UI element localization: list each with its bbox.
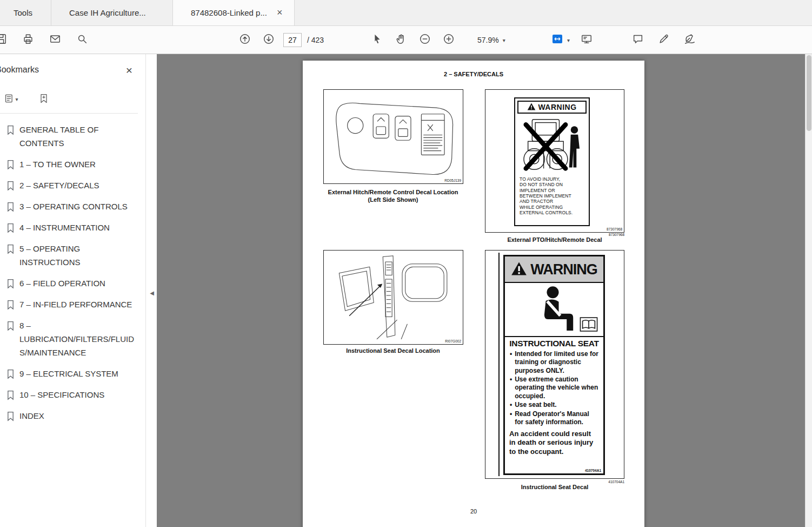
sign-button[interactable]	[681, 31, 699, 49]
bookmarks-title: Bookmarks	[0, 65, 39, 75]
bookmark-item[interactable]: 9 – ELECTRICAL SYSTEM	[0, 363, 145, 384]
decal-text-line: BETWEEN IMPLEMENT	[520, 193, 584, 199]
bookmark-options-button[interactable]: ▾	[3, 91, 19, 108]
decal-bullet-item: • Read Operator's Manual for safety info…	[510, 410, 600, 427]
cab-interior-drawing	[327, 253, 461, 339]
bookmark-item[interactable]: GENERAL TABLE OF CONTENTS	[0, 119, 145, 154]
bookmark-item[interactable]: 8 – LUBRICATION/FILTERS/FLUIDS/MAINTENAN…	[0, 315, 145, 363]
decal-warning-text: An accident could result in death or ser…	[505, 427, 603, 456]
tab-bar: Tools Case IH Agriculture... 87482608-Li…	[0, 0, 812, 26]
draw-button[interactable]	[655, 31, 673, 49]
previous-page-button[interactable]	[236, 31, 254, 49]
zoom-in-button[interactable]	[440, 31, 458, 49]
bookmarks-panel: Bookmarks × ▾ GENERAL TABLE OF CONTENTS …	[0, 54, 146, 527]
bookmark-icon	[6, 300, 15, 310]
figure-code: RI07G002	[445, 339, 461, 343]
zoom-out-button[interactable]	[416, 31, 434, 49]
vertical-scrollbar[interactable]	[805, 54, 812, 527]
panel-options-icon	[4, 93, 15, 106]
decal-text-line: TO AVOID INJURY,	[520, 176, 584, 182]
page-header: 2 – SAFETY/DECALS	[303, 71, 644, 77]
tab-document-1[interactable]: Case IH Agriculture...	[51, 0, 173, 25]
next-page-button[interactable]	[259, 31, 278, 49]
new-bookmark-button[interactable]	[36, 91, 52, 108]
figure-hitch-control: RD05J139	[323, 89, 463, 184]
tab-document-2[interactable]: 87482608-Linked p... ×	[173, 0, 295, 25]
bullet-text: Use extreme caution operating the vehicl…	[515, 376, 600, 400]
bookmark-label: 4 – INSTRUMENTATION	[19, 221, 137, 234]
close-panel-icon[interactable]: ×	[126, 64, 132, 76]
bookmark-item[interactable]: 6 – FIELD OPERATION	[0, 273, 145, 294]
instructional-seat-decal: WARNING INSTR	[503, 255, 605, 475]
bullet-text: Intended for limited use for training or…	[515, 350, 600, 375]
signature-pen-icon	[684, 33, 696, 47]
plus-circle-icon	[443, 33, 455, 47]
bookmark-item[interactable]: 4 – INSTRUMENTATION	[0, 217, 145, 238]
bookmark-icon	[6, 279, 15, 289]
bookmark-item[interactable]: 10 – SPECIFICATIONS	[0, 384, 145, 405]
fit-tools-group: ▾	[550, 26, 596, 54]
close-tab-icon[interactable]: ×	[275, 7, 285, 18]
save-button[interactable]	[0, 31, 10, 49]
hitch-control-drawing	[327, 92, 461, 179]
bookmark-item[interactable]: 7 – IN-FIELD PERFORMANCE	[0, 294, 145, 315]
hand-icon	[395, 33, 407, 47]
zoom-level-dropdown[interactable]: 57.9% ▾	[473, 34, 510, 47]
bookmark-item[interactable]: 1 – TO THE OWNER	[0, 154, 145, 175]
bullet-icon: •	[510, 401, 512, 409]
tab-document-2-label: 87482608-Linked p...	[191, 8, 267, 17]
bookmark-label: GENERAL TABLE OF CONTENTS	[19, 123, 137, 150]
new-bookmark-icon	[38, 93, 49, 106]
decal-warning-header: WARNING	[505, 256, 603, 283]
view-tools-group: 57.9% ▾	[368, 26, 510, 54]
tab-tools[interactable]: Tools	[0, 0, 51, 25]
bookmark-icon	[6, 181, 15, 191]
bullet-icon: •	[510, 350, 512, 375]
comment-button[interactable]	[629, 31, 647, 49]
page-number: 20	[303, 508, 644, 515]
document-viewport[interactable]: 2 – SAFETY/DECALS RD05J139	[157, 54, 812, 527]
manual-book-icon	[580, 317, 598, 332]
hand-tool-button[interactable]	[392, 31, 410, 49]
tab-tools-label: Tools	[14, 8, 32, 17]
decal-text-line: EXTERNAL CONTROLS.	[520, 210, 584, 215]
seated-person-icon	[531, 285, 581, 334]
tractor-graphic-area	[515, 115, 589, 175]
decal-mount-line	[498, 253, 500, 476]
bookmark-item[interactable]: INDEX	[0, 405, 145, 426]
print-button[interactable]	[19, 31, 37, 49]
arrow-down-circle-icon	[263, 33, 275, 47]
page-number-input[interactable]	[283, 33, 302, 47]
email-button[interactable]	[46, 31, 64, 49]
scrollbar-thumb[interactable]	[807, 55, 811, 131]
read-mode-button[interactable]	[577, 31, 596, 49]
bookmark-item[interactable]: 2 – SAFETY/DECALS	[0, 175, 145, 196]
caption-text: Instructional Seat Decal Location	[303, 347, 483, 354]
tractor-x-graphic	[520, 116, 584, 174]
bookmark-icon	[6, 125, 15, 135]
file-tools-group	[0, 26, 91, 54]
collapse-panel-icon[interactable]: ◀	[148, 285, 156, 300]
bookmark-label: INDEX	[19, 409, 137, 423]
caption-line-2: (Left Side Shown)	[303, 196, 483, 203]
bookmark-icon	[6, 390, 15, 400]
annotation-tools-group	[629, 26, 699, 54]
decal-text-line: DO NOT STAND ON	[520, 182, 584, 187]
comment-bubble-icon	[632, 33, 644, 47]
bookmark-item[interactable]: 5 – OPERATING INSTRUCTIONS	[0, 238, 145, 273]
bookmark-label: 10 – SPECIFICATIONS	[19, 388, 137, 401]
select-tool-button[interactable]	[368, 31, 387, 49]
seated-person-graphic-area	[505, 283, 603, 337]
bullet-text: Read Operator's Manual for safety inform…	[515, 410, 600, 427]
fit-page-dropdown[interactable]: ▾	[550, 32, 570, 48]
caption-text: Instructional Seat Decal	[485, 483, 624, 491]
figure-pto-caption: 87307968 External PTO/Hitch/Remote Decal	[485, 236, 624, 243]
bookmark-label: 8 – LUBRICATION/FILTERS/FLUIDS/MAINTENAN…	[19, 319, 137, 359]
main-toolbar: / 423 57.9% ▾ ▾	[0, 26, 812, 54]
bookmark-label: 3 – OPERATING CONTROLS	[19, 200, 137, 213]
search-button[interactable]	[73, 31, 91, 49]
bullet-text: Use seat belt.	[515, 401, 556, 409]
bookmark-item[interactable]: 3 – OPERATING CONTROLS	[0, 196, 145, 217]
figure-seat-location-caption: Instructional Seat Decal Location	[303, 347, 483, 354]
minus-circle-icon	[419, 33, 431, 47]
